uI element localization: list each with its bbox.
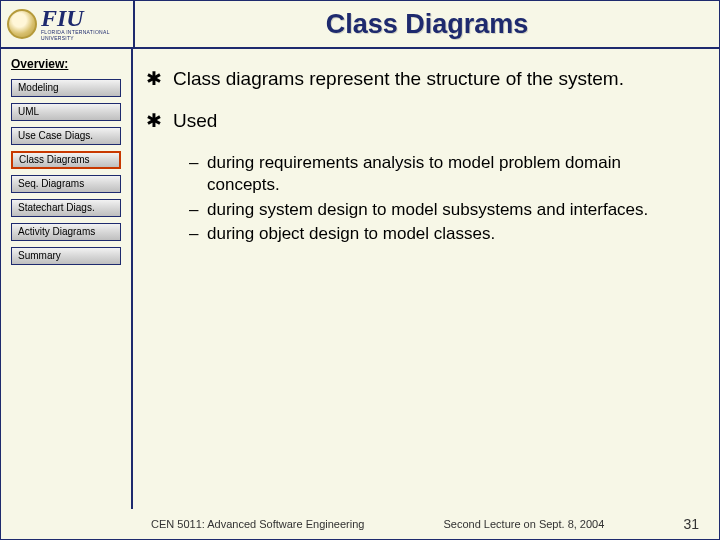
bullet-icon: ✱ — [145, 67, 163, 91]
sidebar: Overview: Modeling UML Use Case Diags. C… — [1, 49, 133, 509]
footer: CEN 5011: Advanced Software Engineering … — [1, 511, 719, 539]
sub-bullet-item: during requirements analysis to model pr… — [189, 152, 695, 197]
bullet-item: ✱ Used — [145, 109, 695, 133]
sidebar-item-activity-diagrams[interactable]: Activity Diagrams — [11, 223, 121, 241]
sidebar-item-use-case-diags[interactable]: Use Case Diags. — [11, 127, 121, 145]
sub-bullet-item: during object design to model classes. — [189, 223, 695, 245]
bullet-icon: ✱ — [145, 109, 163, 133]
sidebar-item-summary[interactable]: Summary — [11, 247, 121, 265]
university-seal-icon — [7, 9, 37, 39]
page-title: Class Diagrams — [326, 9, 529, 40]
title-area: Class Diagrams — [133, 1, 719, 47]
sidebar-item-modeling[interactable]: Modeling — [11, 79, 121, 97]
bullet-item: ✱ Class diagrams represent the structure… — [145, 67, 695, 91]
page-number: 31 — [683, 516, 705, 532]
sidebar-item-statechart-diags[interactable]: Statechart Diags. — [11, 199, 121, 217]
footer-course: CEN 5011: Advanced Software Engineering — [151, 518, 364, 530]
sidebar-item-class-diagrams[interactable]: Class Diagrams — [11, 151, 121, 169]
bullet-text: Used — [173, 109, 217, 133]
logo-text: FIU — [41, 7, 127, 29]
logo-area: FIU FLORIDA INTERNATIONAL UNIVERSITY — [1, 1, 133, 47]
footer-lecture: Second Lecture on Sept. 8, 2004 — [444, 518, 605, 530]
sub-bullet-item: during system design to model subsystems… — [189, 199, 695, 221]
sidebar-heading: Overview: — [11, 57, 121, 71]
sidebar-item-uml[interactable]: UML — [11, 103, 121, 121]
header: FIU FLORIDA INTERNATIONAL UNIVERSITY Cla… — [1, 1, 719, 49]
content-area: ✱ Class diagrams represent the structure… — [133, 49, 719, 509]
logo-subtext: FLORIDA INTERNATIONAL UNIVERSITY — [41, 29, 127, 41]
sub-bullet-list: during requirements analysis to model pr… — [189, 152, 695, 246]
bullet-text: Class diagrams represent the structure o… — [173, 67, 624, 91]
sidebar-item-seq-diagrams[interactable]: Seq. Diagrams — [11, 175, 121, 193]
